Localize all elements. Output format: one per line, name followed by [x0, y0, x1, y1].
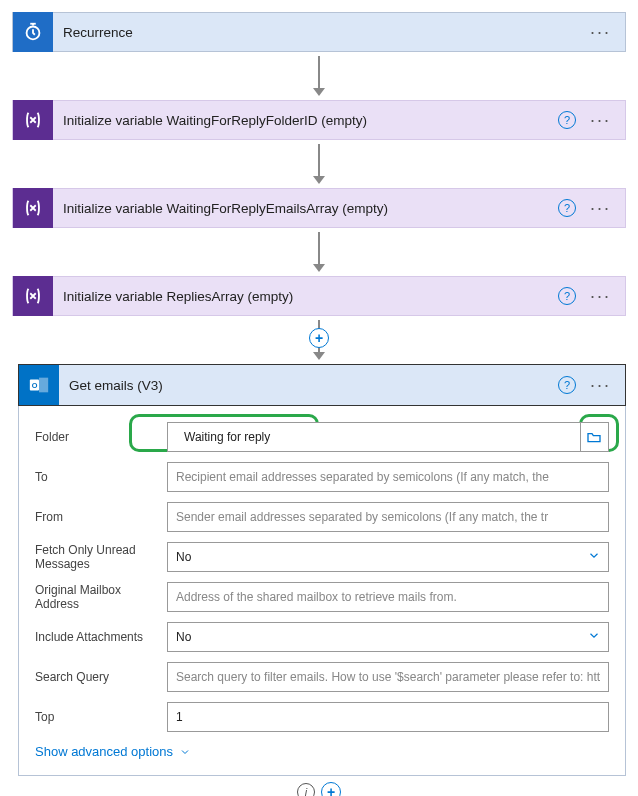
more-icon[interactable]: ··· — [590, 286, 611, 307]
more-icon[interactable]: ··· — [590, 110, 611, 131]
more-icon[interactable]: ··· — [590, 198, 611, 219]
label-search-query: Search Query — [35, 670, 167, 684]
label-original-mailbox: Original Mailbox Address — [35, 583, 167, 612]
help-icon[interactable]: ? — [558, 199, 576, 217]
to-input[interactable] — [167, 462, 609, 492]
clock-icon — [13, 12, 53, 52]
label-from: From — [35, 510, 167, 524]
label-folder: Folder — [35, 430, 167, 444]
help-icon[interactable]: ? — [558, 111, 576, 129]
step-title: Initialize variable WaitingForReplyFolde… — [53, 113, 558, 128]
from-input[interactable] — [167, 502, 609, 532]
add-step-button[interactable]: + — [321, 782, 341, 796]
info-icon[interactable]: i — [297, 783, 315, 796]
folder-input[interactable] — [167, 422, 581, 452]
outlook-icon: O — [19, 365, 59, 405]
label-fetch-unread: Fetch Only Unread Messages — [35, 543, 167, 572]
search-query-input[interactable] — [167, 662, 609, 692]
include-attachments-select[interactable] — [167, 622, 609, 652]
action-header[interactable]: O Get emails (V3) ? ··· — [18, 364, 626, 406]
add-step-button[interactable]: + — [309, 328, 329, 348]
help-icon[interactable]: ? — [558, 376, 576, 394]
step-init-var-3[interactable]: Initialize variable RepliesArray (empty)… — [12, 276, 626, 316]
step-title: Initialize variable WaitingForReplyEmail… — [53, 201, 558, 216]
step-init-var-1[interactable]: Initialize variable WaitingForReplyFolde… — [12, 100, 626, 140]
variable-icon — [13, 188, 53, 228]
original-mailbox-input[interactable] — [167, 582, 609, 612]
top-input[interactable] — [167, 702, 609, 732]
action-get-emails: O Get emails (V3) ? ··· Folder To — [18, 364, 626, 776]
action-title: Get emails (V3) — [59, 378, 558, 393]
more-icon[interactable]: ··· — [590, 375, 611, 396]
variable-icon — [13, 276, 53, 316]
svg-rect-2 — [39, 378, 48, 393]
label-to: To — [35, 470, 167, 484]
chevron-down-icon — [179, 746, 191, 758]
label-include-attachments: Include Attachments — [35, 630, 167, 644]
help-icon[interactable]: ? — [558, 287, 576, 305]
fetch-unread-select[interactable] — [167, 542, 609, 572]
trigger-recurrence[interactable]: Recurrence ··· — [12, 12, 626, 52]
step-init-var-2[interactable]: Initialize variable WaitingForReplyEmail… — [12, 188, 626, 228]
folder-picker-button[interactable] — [581, 422, 609, 452]
more-icon[interactable]: ··· — [590, 22, 611, 43]
step-title: Initialize variable RepliesArray (empty) — [53, 289, 558, 304]
show-advanced-label: Show advanced options — [35, 744, 173, 759]
step-title: Recurrence — [53, 25, 590, 40]
show-advanced-link[interactable]: Show advanced options — [35, 744, 609, 759]
variable-icon — [13, 100, 53, 140]
svg-text:O: O — [32, 381, 38, 390]
label-top: Top — [35, 710, 167, 724]
